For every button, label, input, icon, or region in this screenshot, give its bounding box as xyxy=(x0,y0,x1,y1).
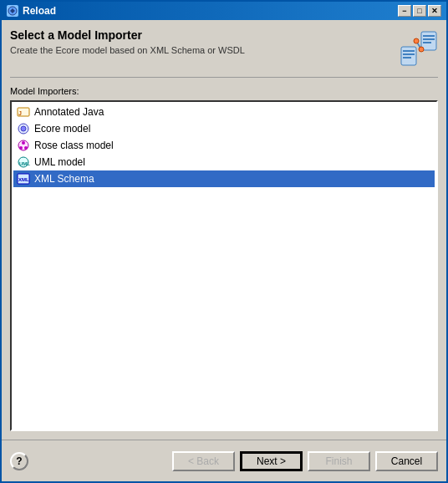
minimize-button[interactable]: − xyxy=(398,5,411,17)
bottom-left: ? xyxy=(10,452,28,470)
list-item-xml-schema[interactable]: XMLXML Schema xyxy=(13,170,435,187)
window-controls: − □ ✕ xyxy=(398,5,441,17)
list-item-ecore-model[interactable]: Ecore model xyxy=(13,120,435,137)
list-item-label: Ecore model xyxy=(34,123,90,135)
page-subtitle: Create the Ecore model based on XML Sche… xyxy=(10,45,245,55)
bottom-right: < Back Next > Finish Cancel xyxy=(172,451,438,471)
svg-rect-2 xyxy=(423,35,435,37)
header-text: Select a Model Importer Create the Ecore… xyxy=(10,28,245,55)
uml-icon: UML xyxy=(17,155,30,169)
list-item-rose-class-model[interactable]: Rose class model xyxy=(13,137,435,154)
main-content: Model Importers: JAnnotated JavaEcore mo… xyxy=(10,78,438,431)
ecore-icon xyxy=(17,122,30,135)
java-icon: J xyxy=(17,105,30,119)
next-button[interactable]: Next > xyxy=(240,451,303,471)
title-bar: Reload − □ ✕ xyxy=(2,2,446,20)
window-title: Reload xyxy=(23,5,56,17)
finish-button[interactable]: Finish xyxy=(308,451,370,471)
svg-point-18 xyxy=(19,146,23,150)
rose-icon xyxy=(17,139,30,152)
svg-point-10 xyxy=(414,38,419,43)
close-button[interactable]: ✕ xyxy=(428,5,441,17)
svg-rect-1 xyxy=(421,32,436,50)
svg-text:UML: UML xyxy=(19,161,30,166)
list-item-label: UML model xyxy=(34,156,85,168)
xml-icon: XML xyxy=(17,172,30,186)
list-item-uml-model[interactable]: UMLUML model xyxy=(13,154,435,170)
list-item-label: Rose class model xyxy=(34,140,114,151)
svg-rect-8 xyxy=(403,57,411,58)
page-title: Select a Model Importer xyxy=(10,28,245,42)
svg-rect-6 xyxy=(403,50,415,52)
help-button[interactable]: ? xyxy=(10,452,28,470)
svg-point-15 xyxy=(21,126,26,131)
svg-point-19 xyxy=(24,146,28,150)
bottom-bar: ? < Back Next > Finish Cancel xyxy=(2,440,446,481)
list-item-label: XML Schema xyxy=(34,173,94,185)
main-window: Reload − □ ✕ Select a Model Importer Cre… xyxy=(0,0,448,483)
cancel-button[interactable]: Cancel xyxy=(375,451,438,471)
maximize-button[interactable]: □ xyxy=(413,5,426,17)
svg-rect-3 xyxy=(423,38,435,40)
window-icon xyxy=(7,5,18,17)
svg-point-11 xyxy=(419,47,424,52)
header-icon xyxy=(398,28,438,69)
svg-rect-5 xyxy=(401,47,416,65)
importers-list[interactable]: JAnnotated JavaEcore modelRose class mod… xyxy=(10,100,438,431)
header-section: Select a Model Importer Create the Ecore… xyxy=(10,28,438,78)
svg-text:J: J xyxy=(18,110,22,116)
svg-point-17 xyxy=(22,141,25,145)
content-area: Select a Model Importer Create the Ecore… xyxy=(2,20,446,440)
title-bar-left: Reload xyxy=(7,5,56,17)
svg-rect-7 xyxy=(403,53,415,55)
svg-rect-4 xyxy=(423,42,431,43)
back-button[interactable]: < Back xyxy=(172,451,235,471)
svg-text:XML: XML xyxy=(18,177,29,182)
group-label: Model Importers: xyxy=(10,86,438,96)
list-item-annotated-java[interactable]: JAnnotated Java xyxy=(13,104,435,120)
list-item-label: Annotated Java xyxy=(34,106,104,118)
